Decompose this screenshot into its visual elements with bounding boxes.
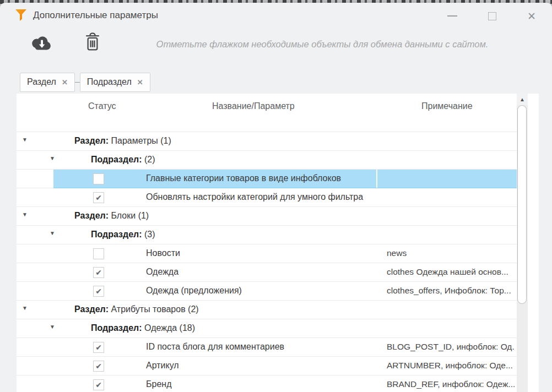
row-note: clothes Одежда нашей основ...: [387, 267, 515, 277]
row-name: Одежда: [146, 267, 178, 277]
table-row[interactable]: ▼Раздел: Блоки (1): [17, 207, 517, 226]
checkbox-unchecked[interactable]: [93, 248, 104, 259]
row-note: BRAND_REF, инфоблок: Одеж...: [387, 379, 515, 389]
row-name: Главные категории товаров в виде инфобло…: [146, 173, 341, 183]
group-label: Раздел: Параметры (1): [74, 136, 171, 146]
collapse-triangle-icon[interactable]: ▼: [22, 305, 28, 311]
checkbox-checked[interactable]: ✔: [93, 286, 104, 297]
row-note: ARTNUMBER, инфоблок: Оде...: [387, 361, 515, 371]
checkbox-checked[interactable]: ✔: [93, 342, 104, 353]
table-row[interactable]: ✔БрендBRAND_REF, инфоблок: Одеж...: [17, 375, 517, 392]
table-row[interactable]: ✔АртикулARTNUMBER, инфоблок: Оде...: [17, 357, 517, 375]
collapse-triangle-icon[interactable]: ▼: [50, 230, 55, 236]
maximize-button[interactable]: [484, 8, 500, 24]
checkbox-checked[interactable]: ✔: [93, 379, 104, 390]
row-name: Обновлять настройки категорий для умного…: [146, 192, 363, 202]
cloud-download-button[interactable]: [30, 35, 52, 52]
table-row[interactable]: ▼Подраздел: (3): [17, 226, 517, 244]
trash-button[interactable]: [84, 32, 101, 51]
collapse-triangle-icon[interactable]: ▼: [22, 137, 28, 143]
filter-chips: Раздел ✕ Подраздел ✕: [20, 72, 150, 92]
chip-label: Подраздел: [87, 77, 132, 87]
group-label: Подраздел: Одежда (18): [91, 323, 195, 333]
checkbox-checked[interactable]: ✔: [93, 267, 104, 278]
column-header-note: Примечание: [421, 101, 473, 111]
table-right-padding: [528, 94, 539, 392]
scroll-up-button[interactable]: ▲: [517, 94, 528, 105]
row-note: clothes_offers, Инфоблок: Тор...: [387, 286, 515, 296]
row-name: ID поста блога для комментариев: [146, 342, 284, 352]
instruction-text: Отметьте флажком необходимые объекты для…: [138, 39, 507, 50]
minimize-button[interactable]: [444, 8, 461, 24]
filter-funnel-icon: [15, 9, 26, 21]
collapse-triangle-icon[interactable]: ▼: [50, 324, 55, 330]
column-header-status: Статус: [88, 101, 116, 111]
chip-remove-icon[interactable]: ✕: [62, 78, 68, 86]
chip-section[interactable]: Раздел ✕: [20, 73, 75, 92]
table-row[interactable]: ▼Подраздел: (2): [17, 151, 517, 170]
title-bar[interactable]: Дополнительные параметры ✕: [0, 3, 552, 28]
table-row[interactable]: Главные категории товаров в виде инфобло…: [17, 170, 517, 188]
row-name: Одежда (предложения): [146, 286, 242, 296]
chip-subsection[interactable]: Подраздел ✕: [80, 73, 150, 92]
row-note: news: [387, 248, 515, 258]
table-body: ▼Раздел: Параметры (1)▼Подраздел: (2)Гла…: [17, 132, 539, 392]
scroll-up-icon: ▲: [519, 96, 525, 102]
table-row[interactable]: ✔Одежда (предложения)clothes_offers, Инф…: [17, 282, 517, 301]
scrollbar-thumb[interactable]: [517, 105, 527, 304]
checkbox-checked[interactable]: ✔: [93, 192, 104, 203]
chip-connector: [75, 82, 80, 83]
group-label: Раздел: Блоки (1): [74, 211, 149, 221]
close-icon: ✕: [527, 11, 536, 21]
row-note: BLOG_POST_ID, инфоблок: Од...: [387, 342, 515, 352]
window-title: Дополнительные параметры: [33, 10, 158, 21]
checkbox-checked[interactable]: ✔: [93, 361, 104, 372]
table-row[interactable]: ▼Подраздел: Одежда (18): [17, 319, 517, 338]
row-name: Новости: [146, 248, 180, 258]
row-name: Артикул: [146, 361, 179, 371]
group-label: Подраздел: (3): [91, 230, 155, 239]
row-name: Бренд: [146, 379, 171, 389]
table-row[interactable]: Новостиnews: [17, 244, 517, 263]
group-label: Подраздел: (2): [91, 155, 155, 165]
column-header-name: Название/Параметр: [212, 101, 295, 111]
table-row[interactable]: ✔Обновлять настройки категорий для умног…: [17, 188, 517, 207]
objects-table: Статус Название/Параметр Примечание ▼Раз…: [17, 94, 539, 392]
checkbox-unchecked[interactable]: [93, 173, 104, 184]
table-row[interactable]: ✔ID поста блога для комментариевBLOG_POS…: [17, 338, 517, 357]
table-row[interactable]: ▼Раздел: Атрибуты товаров (2): [17, 301, 517, 319]
toolbar: Отметьте флажком необходимые объекты для…: [0, 29, 552, 62]
table-row[interactable]: ▼Раздел: Параметры (1): [17, 132, 517, 151]
minimize-icon: [447, 15, 457, 17]
column-separator: [376, 170, 377, 188]
group-label: Раздел: Атрибуты товаров (2): [74, 304, 199, 314]
collapse-triangle-icon[interactable]: ▼: [22, 211, 28, 217]
close-button[interactable]: ✕: [523, 8, 540, 24]
table-row[interactable]: ✔Одеждаclothes Одежда нашей основ...: [17, 263, 517, 282]
chip-remove-icon[interactable]: ✕: [137, 78, 143, 86]
additional-parameters-dialog: Дополнительные параметры ✕ Отметьте флаж…: [0, 3, 552, 392]
maximize-icon: [488, 12, 496, 20]
chip-label: Раздел: [27, 77, 56, 87]
collapse-triangle-icon[interactable]: ▼: [50, 155, 55, 161]
vertical-scrollbar[interactable]: ▲: [517, 94, 528, 392]
table-header: Статус Название/Параметр Примечание: [17, 94, 517, 132]
